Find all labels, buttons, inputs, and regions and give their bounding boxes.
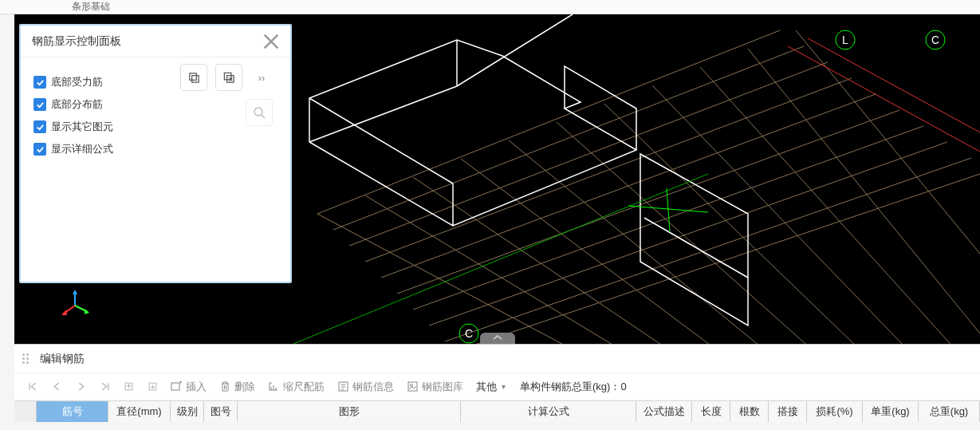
more-icon[interactable]: ›› (250, 64, 273, 91)
svg-point-47 (411, 385, 413, 387)
copy-icon[interactable] (180, 64, 207, 91)
svg-line-21 (788, 46, 980, 152)
col-unit-weight[interactable]: 单重(kg) (863, 401, 919, 422)
check-show-other[interactable]: 显示其它图元 (33, 120, 153, 134)
svg-line-16 (604, 104, 860, 344)
svg-marker-35 (61, 310, 67, 315)
row-header-corner (14, 401, 37, 422)
svg-rect-44 (171, 383, 179, 390)
marker-l-label: L (842, 34, 848, 46)
svg-line-1 (333, 46, 804, 230)
rebar-lib-button[interactable]: 钢筋图库 (402, 380, 468, 394)
panel-title: 钢筋显示控制面板 (32, 34, 121, 49)
total-weight-label: 单构件钢筋总重(kg)：0 (520, 380, 627, 394)
dock-toolbar: 插入 删除 缩尺配筋 钢筋信息 钢筋图库 其他 单构件钢筋总重(kg)：0 (14, 373, 980, 400)
svg-rect-36 (189, 73, 196, 80)
other-dropdown[interactable]: 其他 (471, 380, 510, 394)
col-total-weight[interactable]: 总重(kg) (919, 401, 980, 422)
col-formula-desc[interactable]: 公式描述 (636, 401, 692, 422)
axis-gizmo[interactable] (59, 290, 91, 325)
duplicate-x-icon[interactable] (215, 64, 242, 91)
checkbox-icon (33, 120, 46, 133)
col-grade[interactable]: 级别 (171, 401, 204, 422)
col-count[interactable]: 根数 (730, 401, 769, 422)
last-icon[interactable] (94, 377, 115, 396)
svg-rect-37 (191, 75, 199, 82)
col-lap[interactable]: 搭接 (769, 401, 807, 422)
col-rebar-id[interactable]: 筋号 (37, 401, 108, 422)
check-label: 底部受力筋 (51, 75, 103, 89)
marker-c-label: C (465, 327, 473, 340)
svg-line-6 (413, 126, 923, 310)
svg-marker-34 (85, 309, 89, 314)
down-icon[interactable] (142, 377, 163, 396)
svg-line-19 (748, 49, 980, 333)
dock-title: 编辑钢筋 (40, 352, 85, 366)
svg-line-3 (365, 78, 852, 262)
check-bottom-force[interactable]: 底部受力筋 (33, 75, 153, 89)
check-show-formula[interactable]: 显示详细公式 (33, 142, 153, 156)
rebar-edit-dock: 编辑钢筋 插入 删除 缩尺配筋 钢筋信息 钢筋图库 其他 (14, 344, 980, 422)
svg-line-14 (509, 140, 764, 344)
checkbox-icon (33, 98, 46, 111)
dock-collapse-handle[interactable] (480, 333, 515, 344)
close-icon[interactable] (263, 34, 279, 49)
search-icon[interactable] (246, 99, 273, 126)
drag-handle-icon[interactable] (22, 353, 32, 365)
check-label: 显示详细公式 (51, 142, 113, 156)
marker-c2-label: C (931, 34, 939, 46)
svg-marker-33 (73, 290, 77, 294)
rebar-display-panel: 钢筋显示控制面板 底部受力筋 底部分布筋 显示其它图元 显示详细公式 (19, 24, 292, 283)
scale-rebar-button[interactable]: 缩尺配筋 (263, 380, 329, 394)
col-shape-id[interactable]: 图号 (204, 401, 238, 422)
col-diameter[interactable]: 直径(mm) (108, 401, 171, 422)
delete-button[interactable]: 删除 (214, 380, 260, 394)
insert-button[interactable]: 插入 (166, 380, 211, 394)
rebar-info-button[interactable]: 钢筋信息 (333, 380, 399, 394)
col-length[interactable]: 长度 (692, 401, 730, 422)
next-icon[interactable] (70, 377, 91, 396)
col-loss[interactable]: 损耗(%) (807, 401, 863, 422)
svg-line-17 (652, 85, 907, 344)
svg-line-18 (700, 67, 955, 344)
checkbox-icon (33, 76, 46, 89)
svg-line-15 (557, 122, 812, 344)
svg-line-2 (349, 62, 828, 246)
svg-line-12 (413, 177, 668, 344)
check-label: 显示其它图元 (51, 120, 113, 134)
col-shape[interactable]: 图形 (238, 401, 461, 422)
col-formula[interactable]: 计算公式 (461, 401, 636, 422)
up-icon[interactable] (118, 377, 139, 396)
rebar-table-header: 筋号 直径(mm) 级别 图号 图形 计算公式 公式描述 长度 根数 搭接 损耗… (14, 400, 980, 422)
prev-icon[interactable] (46, 377, 67, 396)
first-icon[interactable] (22, 377, 43, 396)
check-bottom-dist[interactable]: 底部分布筋 (33, 97, 153, 112)
ribbon-label-1[interactable]: 条形基础 (72, 0, 110, 14)
checkbox-icon (33, 143, 46, 156)
top-ribbon: 条形基础 (0, 0, 980, 14)
svg-point-40 (254, 108, 262, 116)
svg-line-7 (429, 142, 947, 325)
check-label: 底部分布筋 (51, 97, 103, 112)
svg-line-24 (293, 174, 708, 344)
svg-line-41 (262, 115, 265, 118)
